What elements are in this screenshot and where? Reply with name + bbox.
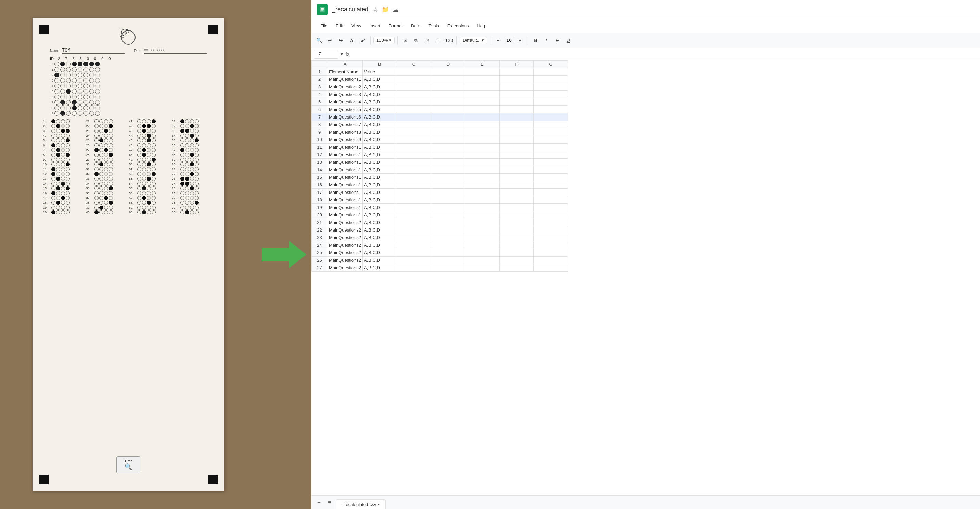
percent-button[interactable]: % (411, 36, 421, 45)
font-name-dropdown[interactable]: Default... ▾ (460, 37, 487, 44)
cell-b27[interactable]: A,B,C,D (363, 264, 396, 271)
cell-f16[interactable] (499, 181, 533, 189)
cell-b13[interactable]: A,B,C,D (363, 159, 396, 166)
cell-c2[interactable] (396, 76, 431, 83)
row-header[interactable]: 26 (312, 257, 328, 264)
font-size-increase-button[interactable]: + (515, 36, 525, 45)
cell-g9[interactable] (533, 128, 568, 136)
paint-format-button[interactable]: 🖌 (358, 36, 368, 45)
cell-e4[interactable] (465, 91, 499, 98)
cell-c10[interactable] (396, 136, 431, 144)
cell-d25[interactable] (431, 249, 465, 257)
search-button[interactable]: 🔍 (314, 36, 324, 45)
cell-f14[interactable] (499, 166, 533, 174)
cell-g21[interactable] (533, 219, 568, 227)
cell-c8[interactable] (396, 121, 431, 128)
cell-f8[interactable] (499, 121, 533, 128)
cell-b14[interactable]: A,B,C,D (363, 166, 396, 174)
row-header[interactable]: 22 (312, 227, 328, 234)
star-icon[interactable]: ☆ (372, 6, 378, 13)
cell-b10[interactable]: A,B,C,D (363, 136, 396, 144)
cell-c7[interactable] (396, 113, 431, 121)
cell-b24[interactable]: A,B,C,D (363, 241, 396, 249)
cell-d5[interactable] (431, 98, 465, 106)
cell-e25[interactable] (465, 249, 499, 257)
cell-b9[interactable]: A,B,C,D (363, 128, 396, 136)
cell-a18[interactable]: MainQuestions1 (328, 196, 363, 204)
menu-tools[interactable]: Tools (425, 22, 442, 30)
cell-e10[interactable] (465, 136, 499, 144)
row-header[interactable]: 21 (312, 219, 328, 227)
cell-f27[interactable] (499, 264, 533, 271)
cell-d20[interactable] (431, 211, 465, 219)
cell-b26[interactable]: A,B,C,D (363, 257, 396, 264)
row-header[interactable]: 16 (312, 181, 328, 189)
cell-a22[interactable]: MainQuestions2 (328, 227, 363, 234)
cell-g27[interactable] (533, 264, 568, 271)
cell-f11[interactable] (499, 144, 533, 151)
col-header-d[interactable]: D (431, 61, 465, 68)
cell-c18[interactable] (396, 196, 431, 204)
cell-f9[interactable] (499, 128, 533, 136)
cell-d6[interactable] (431, 106, 465, 113)
cell-g26[interactable] (533, 257, 568, 264)
cell-b23[interactable]: A,B,C,D (363, 234, 396, 241)
cell-b2[interactable]: A,B,C,D (363, 76, 396, 83)
cell-a11[interactable]: MainQuestions1 (328, 144, 363, 151)
row-header[interactable]: 6 (312, 106, 328, 113)
col-header-f[interactable]: F (499, 61, 533, 68)
row-header[interactable]: 11 (312, 144, 328, 151)
cell-b17[interactable]: A,B,C,D (363, 189, 396, 196)
row-header[interactable]: 24 (312, 241, 328, 249)
cell-f1[interactable] (499, 68, 533, 76)
cell-e7[interactable] (465, 113, 499, 121)
cell-c14[interactable] (396, 166, 431, 174)
cell-e3[interactable] (465, 83, 499, 91)
cell-f21[interactable] (499, 219, 533, 227)
cell-g23[interactable] (533, 234, 568, 241)
cell-g5[interactable] (533, 98, 568, 106)
cell-b20[interactable]: A,B,C,D (363, 211, 396, 219)
cell-f15[interactable] (499, 174, 533, 181)
currency-button[interactable]: $ (400, 36, 410, 45)
cell-g7[interactable] (533, 113, 568, 121)
cell-c25[interactable] (396, 249, 431, 257)
cell-b25[interactable]: A,B,C,D (363, 249, 396, 257)
cell-b22[interactable]: A,B,C,D (363, 227, 396, 234)
cell-g2[interactable] (533, 76, 568, 83)
cell-a21[interactable]: MainQuestions2 (328, 219, 363, 227)
col-header-g[interactable]: G (533, 61, 568, 68)
cell-e24[interactable] (465, 241, 499, 249)
menu-format[interactable]: Format (385, 22, 406, 30)
cell-d10[interactable] (431, 136, 465, 144)
row-header[interactable]: 15 (312, 174, 328, 181)
row-header[interactable]: 23 (312, 234, 328, 241)
row-header[interactable]: 3 (312, 83, 328, 91)
row-header[interactable]: 18 (312, 196, 328, 204)
cell-d11[interactable] (431, 144, 465, 151)
cell-a15[interactable]: MainQuestions1 (328, 174, 363, 181)
cell-a25[interactable]: MainQuestions2 (328, 249, 363, 257)
cell-e27[interactable] (465, 264, 499, 271)
folder-icon[interactable]: 📁 (382, 6, 389, 13)
menu-data[interactable]: Data (407, 22, 424, 30)
cell-f19[interactable] (499, 204, 533, 211)
cell-a26[interactable]: MainQuestions2 (328, 257, 363, 264)
row-header[interactable]: 12 (312, 151, 328, 159)
cell-c15[interactable] (396, 174, 431, 181)
cell-c20[interactable] (396, 211, 431, 219)
cell-e13[interactable] (465, 159, 499, 166)
cell-b16[interactable]: A,B,C,D (363, 181, 396, 189)
cell-f3[interactable] (499, 83, 533, 91)
cell-f10[interactable] (499, 136, 533, 144)
strikethrough-button[interactable]: S̶ (553, 36, 562, 45)
row-header[interactable]: 19 (312, 204, 328, 211)
cell-b11[interactable]: A,B,C,D (363, 144, 396, 151)
cell-e17[interactable] (465, 189, 499, 196)
cell-d21[interactable] (431, 219, 465, 227)
cell-d1[interactable] (431, 68, 465, 76)
menu-insert[interactable]: Insert (366, 22, 384, 30)
row-header[interactable]: 10 (312, 136, 328, 144)
cell-a4[interactable]: MainQuestions3 (328, 91, 363, 98)
cell-a13[interactable]: MainQuestions1 (328, 159, 363, 166)
